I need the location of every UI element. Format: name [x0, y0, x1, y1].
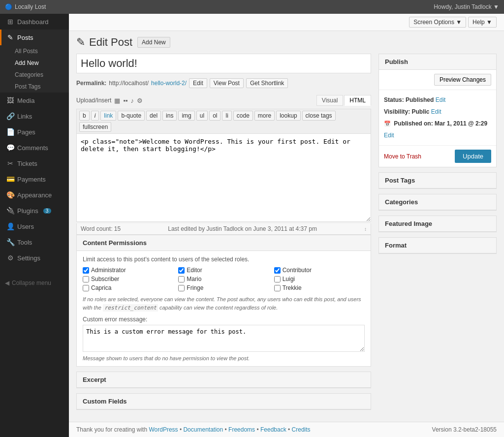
- role-trekkie-checkbox[interactable]: [274, 285, 281, 291]
- footer-feedback-link[interactable]: Feedback: [260, 426, 286, 433]
- role-luigi[interactable]: Luigi: [274, 276, 365, 282]
- sidebar-item-comments[interactable]: 💬 Comments: [0, 140, 69, 156]
- submenu-categories[interactable]: Categories: [0, 69, 69, 81]
- sidebar-item-users[interactable]: 👤 Users: [0, 218, 69, 234]
- word-count: Word count: 15: [81, 225, 121, 232]
- custom-fields-metabox-header[interactable]: Custom Fields: [77, 394, 371, 409]
- permalink-slug[interactable]: hello-world-2/: [151, 80, 187, 87]
- btn-lookup[interactable]: lookup: [276, 111, 300, 121]
- resize-handle[interactable]: ↕: [364, 226, 367, 232]
- sidebar-item-posts[interactable]: ✎ Posts: [0, 30, 69, 45]
- help-button[interactable]: Help ▼: [468, 17, 497, 28]
- post-content-editor[interactable]: <p class="note">Welcome to WordPress. Th…: [76, 133, 371, 222]
- role-editor-checkbox[interactable]: [178, 267, 185, 274]
- publish-visibility-edit[interactable]: Edit: [431, 108, 441, 115]
- excerpt-metabox-header[interactable]: Excerpt: [77, 372, 371, 388]
- btn-bquote[interactable]: b-quote: [118, 111, 145, 121]
- pages-icon: 📄: [6, 128, 14, 136]
- gallery-upload-icon[interactable]: ▪▪: [123, 97, 127, 104]
- role-luigi-checkbox[interactable]: [274, 276, 281, 282]
- footer-docs-link[interactable]: Documentation: [183, 426, 223, 433]
- sidebar-item-settings[interactable]: ⚙ Settings: [0, 250, 69, 266]
- view-post-button[interactable]: View Post: [210, 78, 244, 88]
- publish-actions: Move to Trash Update: [379, 146, 496, 167]
- tab-html[interactable]: HTML: [344, 95, 371, 106]
- categories-header[interactable]: Categories: [379, 194, 496, 210]
- preview-changes-button[interactable]: Preview Changes: [434, 74, 491, 86]
- move-to-trash-button[interactable]: Move to Trash: [384, 153, 421, 160]
- btn-bold[interactable]: b: [79, 111, 90, 121]
- btn-ul[interactable]: ul: [196, 111, 208, 121]
- btn-code[interactable]: code: [233, 111, 253, 121]
- page-title-text: Edit Post: [89, 36, 132, 49]
- sidebar-item-dashboard[interactable]: ⊞ Dashboard: [0, 14, 69, 30]
- btn-more[interactable]: more: [254, 111, 275, 121]
- permalink-edit-button[interactable]: Edit: [189, 78, 207, 88]
- role-subscriber-checkbox[interactable]: [83, 276, 89, 282]
- sidebar-item-tickets[interactable]: ✂ Tickets: [0, 156, 69, 171]
- audio-upload-icon[interactable]: ♪: [131, 97, 134, 104]
- publish-status-edit[interactable]: Edit: [436, 96, 446, 103]
- role-subscriber[interactable]: Subscriber: [83, 276, 173, 282]
- btn-close-tags[interactable]: close tags: [302, 111, 336, 121]
- role-fringe[interactable]: Fringe: [178, 284, 269, 291]
- image-upload-icon[interactable]: ▦: [114, 97, 120, 104]
- collapse-menu-button[interactable]: ◀ Collapse menu: [0, 276, 69, 290]
- post-title-input[interactable]: [76, 54, 371, 73]
- publish-preview-row: Preview Changes: [379, 70, 496, 90]
- role-trekkie[interactable]: Trekkie: [274, 284, 365, 291]
- role-mario[interactable]: Mario: [178, 276, 269, 282]
- sidebar-item-plugins[interactable]: 🔌 Plugins 3: [0, 203, 69, 218]
- btn-del[interactable]: del: [146, 111, 161, 121]
- btn-ins[interactable]: ins: [162, 111, 177, 121]
- btn-ol[interactable]: ol: [209, 111, 220, 121]
- update-button[interactable]: Update: [455, 150, 491, 163]
- role-administrator-checkbox[interactable]: [83, 267, 89, 274]
- categories-metabox: Categories: [378, 194, 497, 211]
- btn-link[interactable]: link: [100, 111, 116, 121]
- footer: Thank you for creating with WordPress • …: [69, 422, 504, 437]
- sidebar-item-payments[interactable]: 💳 Payments: [0, 171, 69, 187]
- screen-options-button[interactable]: Screen Options ▼: [409, 17, 466, 28]
- role-fringe-checkbox[interactable]: [178, 285, 185, 291]
- footer-wp-link[interactable]: WordPress: [149, 426, 178, 433]
- site-name[interactable]: 🔵 Locally Lost: [5, 3, 46, 10]
- submenu-all-posts[interactable]: All Posts: [0, 45, 69, 57]
- btn-italic[interactable]: i: [91, 111, 99, 121]
- post-tags-header[interactable]: Post Tags: [379, 173, 496, 188]
- role-caprica[interactable]: Caprica: [83, 284, 173, 291]
- howdy-menu[interactable]: Howdy, Justin Tadlock ▼: [434, 3, 499, 10]
- btn-img[interactable]: img: [178, 111, 194, 121]
- format-header[interactable]: Format: [379, 238, 496, 253]
- btn-fullscreen[interactable]: fullscreen: [79, 122, 111, 132]
- tab-visual[interactable]: Visual: [316, 95, 343, 106]
- custom-error-message-input[interactable]: This is a custom error message for this …: [83, 325, 365, 352]
- submenu-post-tags[interactable]: Post Tags: [0, 81, 69, 93]
- sidebar-item-media[interactable]: 🖼 Media: [0, 93, 69, 108]
- publish-date-edit[interactable]: Edit: [384, 132, 394, 139]
- footer-credits-link[interactable]: Credits: [292, 426, 311, 433]
- sidebar-item-label: Appearance: [17, 191, 52, 199]
- role-administrator[interactable]: Administrator: [83, 267, 173, 274]
- publish-box: Publish Preview Changes Status: Publishe…: [378, 54, 497, 167]
- advanced-upload-icon[interactable]: ⚙: [137, 97, 143, 104]
- featured-image-header[interactable]: Featured Image: [379, 216, 496, 232]
- sidebar-item-label: Plugins: [17, 207, 38, 215]
- get-shortlink-button[interactable]: Get Shortlink: [246, 78, 288, 88]
- role-mario-checkbox[interactable]: [178, 276, 185, 282]
- sidebar-item-label: Settings: [17, 254, 40, 262]
- footer-freedoms-link[interactable]: Freedoms: [228, 426, 255, 433]
- sidebar-item-links[interactable]: 🔗 Links: [0, 108, 69, 124]
- posts-submenu: All Posts Add New Categories Post Tags: [0, 45, 69, 93]
- sidebar-item-tools[interactable]: 🔧 Tools: [0, 234, 69, 250]
- role-caprica-checkbox[interactable]: [83, 285, 89, 291]
- role-contributor[interactable]: Contributor: [274, 267, 365, 274]
- sidebar-item-pages[interactable]: 📄 Pages: [0, 124, 69, 140]
- sidebar-item-appearance[interactable]: 🎨 Appearance: [0, 187, 69, 203]
- btn-li[interactable]: li: [222, 111, 231, 121]
- submenu-add-new[interactable]: Add New: [0, 57, 69, 69]
- footer-left: Thank you for creating with WordPress • …: [76, 426, 311, 433]
- add-new-button[interactable]: Add New: [137, 37, 170, 48]
- role-editor[interactable]: Editor: [178, 267, 269, 274]
- role-contributor-checkbox[interactable]: [274, 267, 281, 274]
